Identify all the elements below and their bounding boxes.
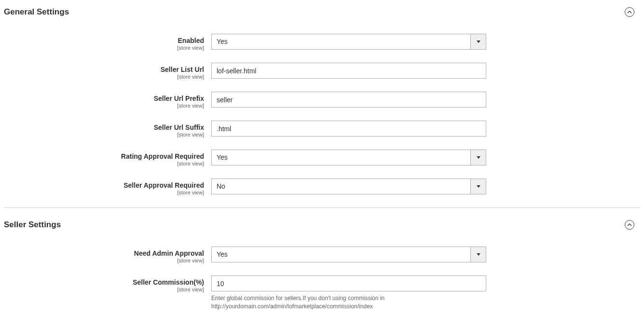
scope-label: [store view] [4,103,204,109]
control-wrap: No [211,179,486,194]
label-wrap: Need Admin Approval [store view] [4,247,211,263]
scope-label: [store view] [4,287,204,292]
collapse-icon[interactable] [625,7,634,17]
scope-label: [store view] [4,132,204,137]
seller-list-url-input[interactable] [211,63,486,79]
field-label: Seller Url Prefix [4,95,204,102]
rating-approval-select[interactable]: Yes [211,150,486,165]
label-wrap: Enabled [store view] [4,34,211,51]
control-wrap [211,63,486,79]
label-wrap: Seller Url Prefix [store view] [4,92,211,109]
seller-settings-section: Seller Settings Need Admin Approval [sto… [4,218,640,316]
seller-settings-body: Need Admin Approval [store view] Yes Sel… [4,237,640,316]
field-label: Seller Approval Required [4,181,204,189]
seller-commission-row: Seller Commission(%) [store view] Enter … [4,275,640,311]
section-divider [4,207,640,208]
field-label: Seller Commission(%) [4,278,204,286]
control-wrap: Yes [211,34,486,50]
select-value[interactable]: Yes [211,247,470,262]
control-wrap [211,92,486,108]
field-label: Need Admin Approval [4,249,204,257]
select-value[interactable]: Yes [211,34,470,50]
enabled-row: Enabled [store view] Yes [4,34,640,51]
label-wrap: Seller Url Suffix [store view] [4,121,211,137]
control-wrap: Yes [211,150,486,165]
general-settings-section: General Settings Enabled [store view] Ye… [4,5,640,208]
seller-settings-header[interactable]: Seller Settings [4,218,640,237]
enabled-select[interactable]: Yes [211,34,486,50]
label-wrap: Rating Approval Required [store view] [4,150,211,166]
need-admin-approval-row: Need Admin Approval [store view] Yes [4,247,640,263]
field-label: Seller Url Suffix [4,124,204,131]
seller-approval-select[interactable]: No [211,179,486,194]
seller-commission-input[interactable] [211,275,486,291]
chevron-down-icon[interactable] [470,34,486,50]
seller-list-url-row: Seller List Url [store view] [4,63,640,80]
seller-url-suffix-input[interactable] [211,121,486,137]
chevron-down-icon[interactable] [470,247,486,262]
field-label: Seller List Url [4,66,204,73]
general-settings-header[interactable]: General Settings [4,5,640,24]
section-title: Seller Settings [4,220,61,230]
select-value[interactable]: Yes [211,150,470,165]
seller-url-prefix-row: Seller Url Prefix [store view] [4,92,640,109]
chevron-down-icon[interactable] [470,179,486,194]
field-label: Enabled [4,37,204,44]
control-wrap: Yes [211,247,486,262]
collapse-icon[interactable] [625,220,634,230]
seller-approval-row: Seller Approval Required [store view] No [4,179,640,195]
rating-approval-row: Rating Approval Required [store view] Ye… [4,150,640,166]
control-wrap [211,121,486,137]
general-settings-body: Enabled [store view] Yes Seller List Url… [4,24,640,207]
scope-label: [store view] [4,161,204,166]
scope-label: [store view] [4,45,204,51]
scope-label: [store view] [4,74,204,80]
help-text: Enter global commission for sellers.If y… [211,294,486,311]
seller-url-suffix-row: Seller Url Suffix [store view] [4,121,640,137]
label-wrap: Seller Commission(%) [store view] [4,275,211,292]
scope-label: [store view] [4,258,204,263]
control-wrap: Enter global commission for sellers.If y… [211,275,486,311]
select-value[interactable]: No [211,179,470,194]
field-label: Rating Approval Required [4,152,204,160]
section-title: General Settings [4,7,69,17]
scope-label: [store view] [4,190,204,195]
label-wrap: Seller List Url [store view] [4,63,211,80]
label-wrap: Seller Approval Required [store view] [4,179,211,195]
need-admin-approval-select[interactable]: Yes [211,247,486,262]
chevron-down-icon[interactable] [470,150,486,165]
seller-url-prefix-input[interactable] [211,92,486,108]
